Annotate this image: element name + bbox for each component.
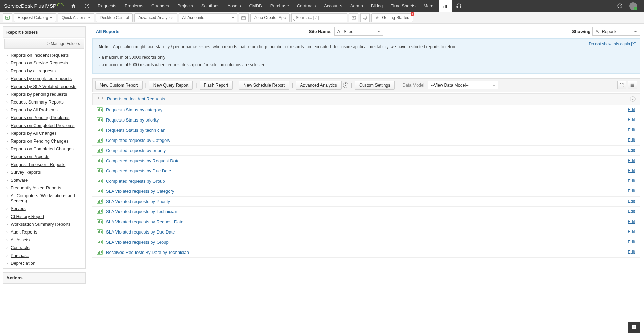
folder-link[interactable]: Contracts [11, 245, 30, 250]
new-query-report-button[interactable]: New Query Report [149, 81, 193, 90]
nav-changes[interactable]: Changes [147, 0, 173, 12]
report-link[interactable]: Completed requests by Request Date [106, 158, 180, 163]
folder-link[interactable]: All Computers (Workstations and Servers) [11, 193, 75, 203]
nav-purchase[interactable]: Purchase [266, 0, 293, 12]
report-link[interactable]: Requests Status by category [106, 107, 162, 112]
edit-link[interactable]: Edit [628, 189, 635, 193]
nav-assets[interactable]: Assets [223, 0, 245, 12]
folder-link[interactable]: Purchase [11, 253, 29, 258]
edit-link[interactable]: Edit [628, 128, 635, 132]
grip-icon[interactable]: ⋮⋮ [97, 97, 104, 101]
report-link[interactable]: SLA Violated requests by Technician [106, 209, 177, 214]
nav-accounts[interactable]: Accounts [320, 0, 346, 12]
edit-link[interactable]: Edit [628, 179, 635, 183]
home-icon[interactable] [67, 0, 80, 12]
folder-link[interactable]: Reports on Incident Requests [11, 53, 69, 58]
folder-link[interactable]: All Assets [11, 237, 30, 242]
custom-settings-button[interactable]: Custom Settings [355, 81, 395, 90]
nav-projects[interactable]: Projects [173, 0, 197, 12]
calendar-icon-button[interactable] [239, 13, 249, 22]
zoho-creator-link[interactable]: Zoho Creator App [250, 13, 290, 22]
new-custom-report-button[interactable]: New Custom Report [95, 81, 143, 90]
edit-link[interactable]: Edit [628, 229, 635, 234]
edit-link[interactable]: Edit [628, 240, 635, 244]
folder-link[interactable]: Reports on Completed Changes [11, 146, 74, 151]
folder-link[interactable]: Frequently Asked Reports [11, 185, 61, 190]
request-catalog-dropdown[interactable]: Request Catalog [14, 13, 56, 22]
reports-tab-icon[interactable] [439, 0, 452, 12]
folder-link[interactable]: Workstation Summary Reports [11, 222, 71, 227]
edit-link[interactable]: Edit [628, 250, 635, 255]
edit-link[interactable]: Edit [628, 138, 635, 143]
report-link[interactable]: SLA Violated requests by Priority [106, 199, 170, 204]
edit-link[interactable]: Edit [628, 117, 635, 122]
expand-tool-icon[interactable] [617, 81, 626, 89]
nav-time-sheets[interactable]: Time Sheets [387, 0, 420, 12]
folder-link[interactable]: Request Summary Reports [11, 99, 64, 105]
desktop-central-link[interactable]: Desktop Central [96, 13, 133, 22]
nav-billing[interactable]: Billing [367, 0, 387, 12]
report-link[interactable]: SLA Violated requests by Category [106, 189, 174, 194]
folder-link[interactable]: Servers [11, 206, 26, 211]
resize-handle-icon[interactable]: ⋮⋮ [88, 109, 90, 115]
search-input[interactable] [296, 15, 347, 20]
report-link[interactable]: SLA Violated requests by Request Date [106, 219, 183, 224]
dashboard-icon[interactable] [80, 0, 94, 12]
report-link[interactable]: Completed requests by Due Date [106, 168, 171, 173]
help-icon[interactable]: ? [613, 0, 626, 12]
nav-cmdb[interactable]: CMDB [245, 0, 266, 12]
edit-link[interactable]: Edit [628, 148, 635, 153]
image-icon-button[interactable] [349, 13, 358, 22]
nav-problems[interactable]: Problems [121, 0, 147, 12]
folder-link[interactable]: Reports by all requests [11, 68, 56, 73]
report-link[interactable]: SLA Violated requests by Group [106, 240, 169, 245]
nav-requests[interactable]: Requests [94, 0, 121, 12]
data-model-selector[interactable]: --View Data Model-- [428, 81, 498, 89]
edit-link[interactable]: Edit [628, 158, 635, 163]
edit-link[interactable]: Edit [628, 199, 635, 204]
folder-link[interactable]: Reports on Projects [11, 154, 49, 159]
edit-link[interactable]: Edit [628, 209, 635, 214]
folder-link[interactable]: Reports by All Problems [11, 107, 58, 112]
quick-actions-dropdown[interactable]: Quick Actions [58, 13, 94, 22]
folder-link[interactable]: Reports on Completed Problems [11, 123, 75, 128]
folder-link[interactable]: Reports on Pending Changes [11, 138, 69, 144]
folder-link[interactable]: Reports by completed requests [11, 76, 72, 81]
advanced-analytics-link[interactable]: Advanced Analytics [134, 13, 177, 22]
account-selector[interactable]: All Accounts [179, 13, 237, 22]
folder-link[interactable]: Reports by All Changes [11, 131, 57, 136]
edit-link[interactable]: Edit [628, 219, 635, 224]
folder-link[interactable]: Depreciation [11, 261, 35, 266]
manage-folders-button[interactable]: > Manage Folders [4, 39, 84, 49]
nav-contracts[interactable]: Contracts [293, 0, 320, 12]
report-link[interactable]: SLA Violated requests by Due Date [106, 229, 175, 235]
report-link[interactable]: Requests Status by priority [106, 117, 159, 123]
report-link[interactable]: Completed requests by priority [106, 148, 166, 153]
breadcrumb[interactable]: .: All Reports [92, 29, 119, 34]
flash-report-button[interactable]: Flash Report [200, 81, 233, 90]
user-avatar[interactable] [626, 0, 640, 12]
folder-link[interactable]: Reports on Pending Problems [11, 115, 69, 120]
edit-link[interactable]: Edit [628, 107, 635, 112]
site-selector[interactable]: All Sites [334, 27, 383, 36]
report-link[interactable]: Requests Status by technician [106, 128, 165, 133]
dismiss-note-link[interactable]: Do not show this again [X] [589, 41, 636, 48]
report-link[interactable]: Completed requests by Group [106, 179, 165, 184]
advanced-analytics-button[interactable]: Advanced Analytics [296, 81, 341, 90]
list-view-icon[interactable] [628, 81, 637, 89]
notification-bell-button[interactable] [360, 13, 370, 22]
global-search[interactable] [291, 13, 347, 22]
report-link[interactable]: Received Requests By Date by Technician [106, 250, 189, 255]
collapse-icon[interactable]: ⌄ [630, 96, 636, 102]
folder-link[interactable]: Software [11, 178, 28, 183]
headset-icon[interactable] [452, 0, 466, 12]
help-circle-icon[interactable]: ? [343, 82, 348, 88]
folder-link[interactable]: Reports by pending requests [11, 92, 67, 97]
nav-admin[interactable]: Admin [346, 0, 367, 12]
new-schedule-report-button[interactable]: New Schedule Report [239, 81, 289, 90]
folder-link[interactable]: Survey Reports [11, 170, 41, 175]
folder-link[interactable]: Reports by SLA Violated requests [11, 84, 76, 89]
nav-solutions[interactable]: Solutions [197, 0, 223, 12]
folder-link[interactable]: Audit Reports [11, 229, 37, 235]
report-link[interactable]: Completed requests by Category [106, 138, 170, 143]
